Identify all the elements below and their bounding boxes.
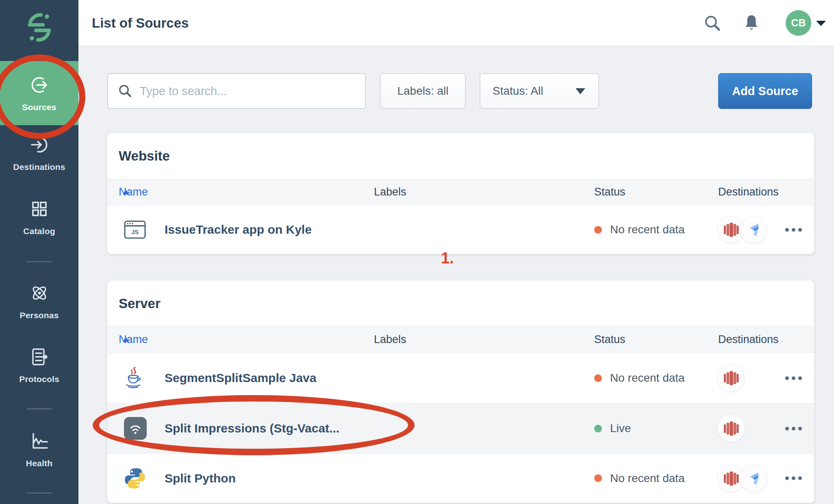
destinations-cell [717,205,767,254]
column-header-name[interactable]: Name [119,327,129,352]
protocols-icon [29,346,50,369]
column-header-status: Status [594,179,626,205]
status-dot [594,226,602,234]
user-avatar[interactable]: CB [786,10,811,36]
column-header-name[interactable]: Name [119,179,129,205]
sidebar-divider [27,493,52,493]
status-text: No recent data [610,472,685,485]
sidebar-item-sources[interactable]: Sources [0,61,78,125]
python-icon [124,467,146,489]
page-title: List of Sources [92,0,189,46]
column-header-status: Status [594,327,626,352]
status-filter-dropdown[interactable]: Status: All [480,73,599,109]
source-name[interactable]: SegmentSplitSample Java [165,353,316,403]
source-name[interactable]: Split Impressions (Stg-Vacat... [165,404,339,453]
column-header-labels: Labels [374,179,406,205]
table-row[interactable]: Split Python No recent data [107,454,814,503]
table-row[interactable]: JS IssueTracker app on Kyle No recent da… [107,205,814,254]
sidebar-item-label: Health [26,458,52,468]
top-header-bar: List of Sources CB [78,0,834,46]
app-window: Sources Destinations Catalog [0,0,834,504]
status-text: No recent data [610,371,685,385]
source-name[interactable]: IssueTracker app on Kyle [165,205,312,254]
column-header-destinations: Destinations [718,327,779,352]
status-text: No recent data [610,223,685,236]
destinations-icon [29,134,50,157]
catalog-grid-icon [29,198,50,221]
status-dot [594,474,602,482]
section-title: Website [119,133,170,179]
destinations-cell [717,404,745,453]
table-column-headers: Name Labels Status Destinations [107,179,814,205]
more-menu-button[interactable] [784,454,802,503]
sidebar-item-label: Sources [22,102,56,112]
sidebar-item-label: Catalog [23,226,55,236]
more-menu-button[interactable] [784,353,802,403]
source-search-field[interactable] [107,73,366,109]
table-column-headers: Name Labels Status Destinations [107,326,814,353]
personas-atom-icon [29,282,50,305]
svg-text:JS: JS [131,229,139,235]
redshift-destination-icon[interactable] [717,415,745,442]
java-icon [124,366,143,390]
account-menu-caret-icon[interactable] [815,0,827,46]
sidebar-item-label: Protocols [19,374,59,384]
segment-logo-icon[interactable] [0,11,78,42]
sidebar-divider [27,261,52,262]
column-header-labels: Labels [374,327,406,352]
notifications-bell-icon[interactable] [740,0,763,46]
table-row[interactable]: SegmentSplitSample Java No recent data [107,353,814,403]
chevron-down-icon [576,88,585,94]
column-header-destinations: Destinations [718,179,779,205]
sidebar-item-personas[interactable]: Personas [0,282,78,320]
javascript-browser-icon: JS [124,220,146,239]
stitch-destination-icon[interactable] [740,216,767,243]
status-text: Live [610,422,631,435]
sidebar-item-label: Personas [20,311,59,320]
server-sources-card: Server Name Labels Status Destinations S [107,280,814,503]
sidebar-item-label: Destinations [13,162,65,172]
stitch-destination-icon[interactable] [740,465,767,492]
search-icon [118,84,132,98]
status-dot [594,374,602,382]
search-icon[interactable] [701,0,724,46]
sidebar-divider [27,408,52,409]
redshift-destination-icon[interactable] [717,364,745,392]
sidebar-item-protocols[interactable]: Protocols [0,346,78,384]
sidebar-item-destinations[interactable]: Destinations [0,134,78,172]
health-pulse-chart-icon [29,430,50,453]
wifi-beacon-icon [124,417,147,440]
section-title: Server [119,280,161,326]
source-name[interactable]: Split Python [165,454,236,503]
sidebar-item-health[interactable]: Health [0,430,78,468]
add-source-button[interactable]: Add Source [718,73,812,109]
website-sources-card: Website Name Labels Status Destinations … [107,133,814,254]
labels-filter-button[interactable]: Labels: all [380,73,466,109]
labels-filter-label: Labels: all [397,85,448,98]
status-filter-label: Status: All [493,85,543,98]
sources-icon [29,74,50,97]
more-menu-button[interactable] [784,205,802,254]
destinations-cell [717,353,745,403]
sidebar-item-catalog[interactable]: Catalog [0,198,78,236]
table-row[interactable]: Split Impressions (Stg-Vacat... Live [107,403,814,454]
destinations-cell [717,454,767,503]
search-input[interactable] [140,75,365,107]
sidebar: Sources Destinations Catalog [0,0,78,504]
more-menu-button[interactable] [784,404,802,453]
status-dot [594,425,602,432]
